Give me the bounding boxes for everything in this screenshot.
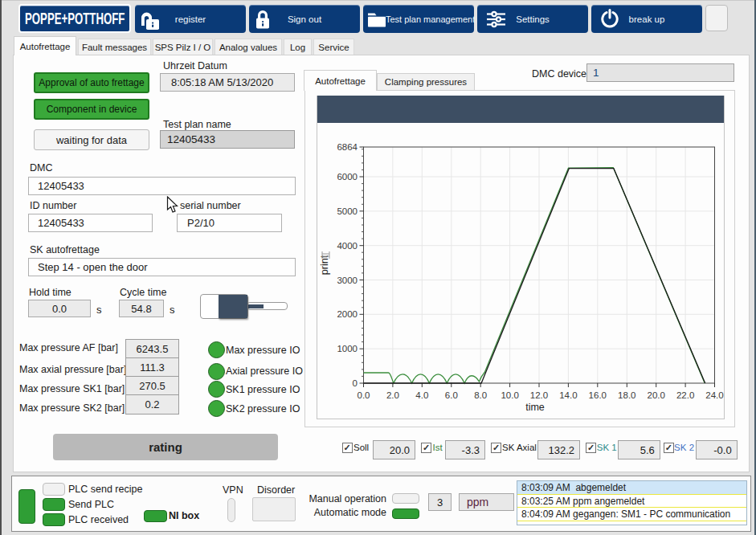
- svg-text:print: print: [319, 255, 330, 275]
- svg-text:14.0: 14.0: [559, 390, 577, 400]
- svg-text:3000: 3000: [337, 276, 358, 285]
- svg-text:time: time: [525, 402, 545, 413]
- svg-text:6000: 6000: [337, 172, 358, 182]
- svg-text:22.0: 22.0: [676, 390, 694, 400]
- svg-text:20.0: 20.0: [648, 390, 665, 400]
- svg-text:2.0: 2.0: [386, 390, 399, 400]
- svg-text:6864: 6864: [337, 142, 358, 152]
- svg-text:18.0: 18.0: [618, 390, 635, 400]
- svg-text:4.0: 4.0: [415, 390, 428, 400]
- svg-text:10.0: 10.0: [501, 390, 518, 400]
- svg-text:0.0: 0.0: [358, 390, 370, 400]
- svg-text:0: 0: [353, 378, 358, 388]
- svg-text:16.0: 16.0: [589, 390, 607, 400]
- svg-text:6.0: 6.0: [445, 390, 458, 400]
- svg-text:12.0: 12.0: [530, 390, 548, 400]
- svg-text:5000: 5000: [337, 206, 358, 216]
- svg-text:1000: 1000: [337, 344, 358, 353]
- svg-text:8.0: 8.0: [474, 390, 487, 400]
- svg-text:2000: 2000: [337, 309, 358, 319]
- svg-text:4000: 4000: [337, 241, 358, 251]
- svg-text:24.0: 24.0: [705, 390, 723, 400]
